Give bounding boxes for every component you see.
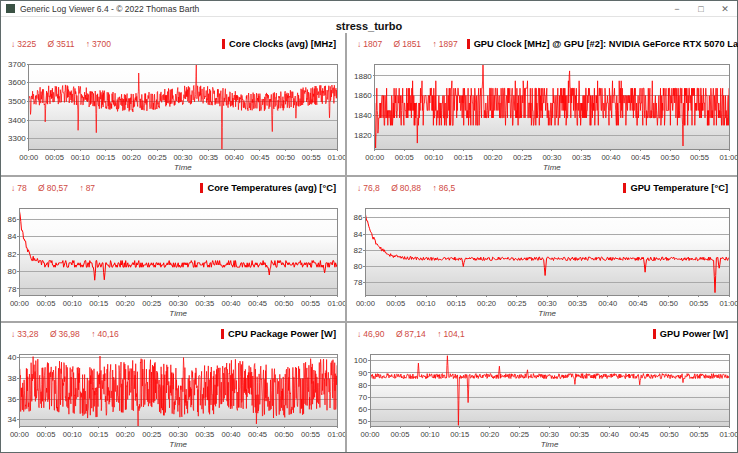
- svg-text:00:25: 00:25: [148, 153, 167, 162]
- chart-title: GPU Temperature [°C]: [623, 183, 728, 193]
- svg-text:00:55: 00:55: [302, 153, 321, 162]
- chart-title: Core Clocks (avg) [MHz]: [222, 39, 336, 49]
- svg-text:01:00: 01:00: [719, 153, 737, 162]
- svg-text:Time: Time: [538, 309, 556, 318]
- chart-title-text: GPU Power [W]: [660, 329, 728, 339]
- stat-max: ↑87: [79, 183, 95, 193]
- max-arrow-icon: ↑: [91, 329, 95, 339]
- stat-min: ↓46,90: [357, 329, 385, 339]
- svg-text:01:00: 01:00: [327, 299, 345, 308]
- svg-text:40: 40: [7, 353, 16, 362]
- maximize-button[interactable]: □: [689, 2, 713, 16]
- panel-header: ↓3225 Ø3511 ↑3700 Core Clocks (avg) [MHz…: [1, 38, 345, 60]
- stat-avg-value: 1851: [402, 39, 421, 49]
- svg-text:00:45: 00:45: [629, 299, 648, 308]
- svg-text:86: 86: [7, 215, 16, 224]
- chart-title-text: Core Temperatures (avg) [°C]: [207, 183, 336, 193]
- svg-text:00:20: 00:20: [116, 299, 135, 308]
- svg-text:00:25: 00:25: [510, 430, 529, 439]
- panel-header: ↓78 Ø80,57 ↑87 Core Temperatures (avg) […: [1, 182, 345, 204]
- svg-text:00:40: 00:40: [600, 430, 619, 439]
- chart-plot-gpu-temp[interactable]: 788082848600:0000:0500:1000:1500:2000:25…: [347, 204, 737, 321]
- stat-avg: Ø87,14: [396, 329, 426, 339]
- svg-text:78: 78: [353, 278, 362, 287]
- svg-text:01:00: 01:00: [719, 299, 737, 308]
- svg-text:00:20: 00:20: [483, 153, 502, 162]
- svg-text:00:55: 00:55: [690, 153, 709, 162]
- stat-max: ↑86,5: [432, 183, 455, 193]
- svg-text:00:05: 00:05: [36, 299, 55, 308]
- chart-title-text: GPU Temperature [°C]: [630, 183, 728, 193]
- stats-row: ↓33,28 Ø36,98 ↑40,16: [11, 329, 128, 339]
- max-arrow-icon: ↑: [86, 39, 90, 49]
- svg-text:60: 60: [358, 405, 367, 414]
- stat-min: ↓33,28: [11, 329, 39, 339]
- avg-symbol-icon: Ø: [48, 39, 55, 49]
- svg-text:00:55: 00:55: [690, 430, 709, 439]
- chart-title: GPU Clock [MHz] @ GPU [#2]: NVIDIA GeFor…: [467, 39, 738, 49]
- chart-title: Core Temperatures (avg) [°C]: [200, 183, 336, 193]
- svg-text:00:45: 00:45: [248, 430, 267, 439]
- svg-text:00:15: 00:15: [454, 153, 473, 162]
- svg-text:36: 36: [7, 395, 16, 404]
- svg-text:00:10: 00:10: [63, 430, 82, 439]
- minimize-button[interactable]: −: [665, 2, 689, 16]
- stats-row: ↓78 Ø80,57 ↑87: [11, 183, 104, 193]
- svg-text:00:50: 00:50: [275, 430, 294, 439]
- stat-avg-value: 80,57: [47, 183, 68, 193]
- chart-plot-cpu-power[interactable]: 3436384000:0000:0500:1000:1500:2000:2500…: [1, 350, 345, 452]
- svg-text:1860: 1860: [354, 91, 372, 100]
- legend-marker-icon: [222, 39, 225, 49]
- chart-plot-gpu-clock[interactable]: 182018401860188000:0000:0500:1000:1500:2…: [347, 60, 737, 175]
- svg-text:00:05: 00:05: [395, 153, 414, 162]
- chart-panel-gpu-power: ↓46,90 Ø87,14 ↑104,1 GPU Power [W] 50607…: [347, 323, 737, 452]
- svg-text:3500: 3500: [8, 97, 26, 106]
- stat-min: ↓78: [11, 183, 27, 193]
- svg-text:00:25: 00:25: [507, 299, 526, 308]
- stat-avg: Ø80,88: [391, 183, 421, 193]
- chart-panel-core-clocks: ↓3225 Ø3511 ↑3700 Core Clocks (avg) [MHz…: [1, 33, 347, 177]
- svg-text:00:40: 00:40: [601, 153, 620, 162]
- stat-avg-value: 80,88: [400, 183, 421, 193]
- svg-text:00:35: 00:35: [195, 430, 214, 439]
- svg-text:00:50: 00:50: [275, 299, 294, 308]
- svg-text:Time: Time: [174, 163, 192, 172]
- chart-plot-core-clocks[interactable]: 3300340035003600370000:0000:0500:1000:15…: [1, 60, 345, 175]
- stat-min-value: 1807: [363, 39, 382, 49]
- svg-text:00:30: 00:30: [173, 153, 192, 162]
- chart-plot-gpu-power[interactable]: 506070809010000:0000:0500:1000:1500:2000…: [347, 350, 737, 452]
- stat-max-value: 104,1: [443, 329, 464, 339]
- svg-text:00:55: 00:55: [301, 299, 320, 308]
- title-bar: Generic Log Viewer 6.4 - © 2022 Thomas B…: [1, 1, 737, 17]
- svg-text:00:00: 00:00: [10, 430, 29, 439]
- close-button[interactable]: ✕: [713, 2, 737, 16]
- stat-max-value: 87: [86, 183, 95, 193]
- svg-text:38: 38: [7, 374, 16, 383]
- svg-text:1840: 1840: [354, 111, 372, 120]
- svg-text:70: 70: [358, 393, 367, 402]
- charts-grid: ↓3225 Ø3511 ↑3700 Core Clocks (avg) [MHz…: [1, 33, 737, 452]
- svg-text:34: 34: [7, 415, 16, 424]
- svg-text:100: 100: [354, 356, 368, 365]
- chart-panel-gpu-temp: ↓76,8 Ø80,88 ↑86,5 GPU Temperature [°C] …: [347, 177, 737, 323]
- window-controls: − □ ✕: [665, 2, 737, 16]
- svg-text:00:15: 00:15: [89, 430, 108, 439]
- svg-text:00:20: 00:20: [116, 430, 135, 439]
- svg-text:00:05: 00:05: [36, 430, 55, 439]
- stat-min: ↓1807: [357, 39, 382, 49]
- svg-text:01:00: 01:00: [327, 430, 345, 439]
- svg-text:82: 82: [7, 250, 16, 259]
- chart-plot-core-temps[interactable]: 788082848600:0000:0500:1000:1500:2000:25…: [1, 204, 345, 321]
- chart-title-text: GPU Clock [MHz] @ GPU [#2]: NVIDIA GeFor…: [474, 39, 738, 49]
- stat-avg: Ø80,57: [38, 183, 68, 193]
- svg-text:00:45: 00:45: [248, 299, 267, 308]
- stats-row: ↓76,8 Ø80,88 ↑86,5: [357, 183, 464, 193]
- svg-text:00:00: 00:00: [361, 430, 380, 439]
- svg-text:80: 80: [7, 267, 16, 276]
- svg-text:3400: 3400: [8, 116, 26, 125]
- svg-text:00:50: 00:50: [659, 299, 678, 308]
- chart-title: GPU Power [W]: [653, 329, 728, 339]
- svg-text:86: 86: [353, 213, 362, 222]
- svg-text:Time: Time: [169, 440, 187, 449]
- panel-header: ↓76,8 Ø80,88 ↑86,5 GPU Temperature [°C]: [347, 182, 737, 204]
